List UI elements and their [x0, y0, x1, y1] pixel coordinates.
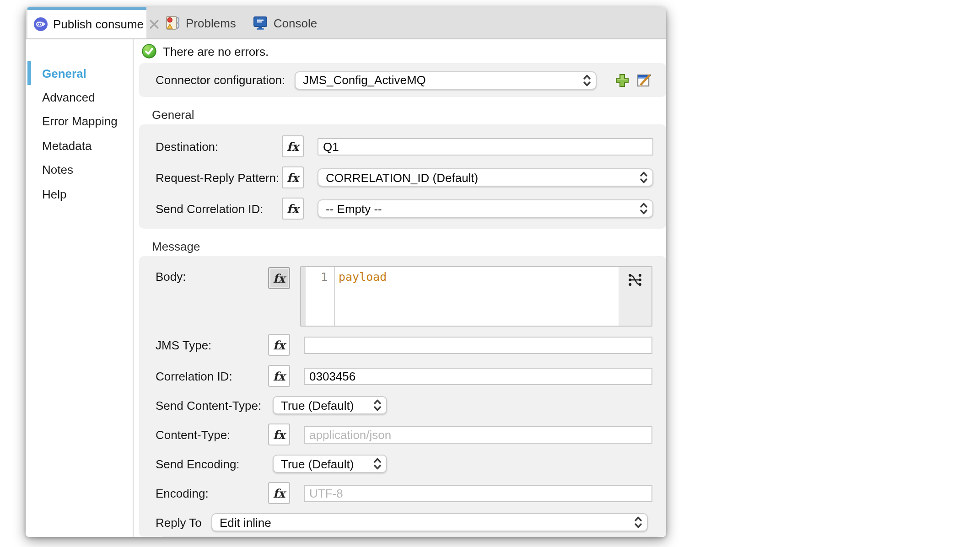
correlation-id-input[interactable] [304, 367, 652, 385]
sidebar-item-notes[interactable]: Notes [26, 158, 133, 182]
dataweave-mapping-icon[interactable] [628, 273, 642, 287]
field-row-content-type: Content-Type: fx [156, 424, 666, 445]
fx-expression-button[interactable]: fx [282, 166, 304, 188]
field-row-send-encoding: Send Encoding: True (Default) [156, 455, 666, 473]
fx-expression-button[interactable]: fx [282, 198, 304, 220]
success-check-icon [142, 44, 156, 59]
destination-input[interactable] [318, 138, 653, 155]
send-correlation-id-label: Send Correlation ID: [156, 202, 282, 215]
jms-operation-icon [34, 17, 48, 31]
sidebar-item-help[interactable]: Help [26, 182, 133, 206]
tab-publish-consume[interactable]: Publish consume [27, 7, 146, 38]
chevron-up-down-icon [373, 457, 382, 470]
chevron-up-down-icon [640, 202, 648, 215]
send-encoding-value: True (Default) [281, 457, 370, 471]
body-expression-editor[interactable]: 1 payload [300, 266, 652, 327]
tab-label: Publish consume [53, 17, 144, 31]
edit-icon [637, 72, 652, 88]
screen: Publish consume Problems [0, 0, 980, 547]
fx-expression-button[interactable]: fx [268, 334, 290, 356]
add-config-button[interactable] [615, 73, 630, 87]
tab-label: Console [274, 16, 317, 30]
send-content-type-value: True (Default) [281, 398, 370, 412]
status-banner: There are no errors. [134, 39, 666, 63]
properties-window: Publish consume Problems [26, 7, 666, 537]
status-message: There are no errors. [163, 44, 269, 58]
sidebar-item-general[interactable]: General [26, 61, 133, 86]
send-correlation-id-value: -- Empty -- [326, 202, 636, 215]
connector-config-label: Connector configuration: [156, 73, 295, 87]
sidebar-item-error-mapping[interactable]: Error Mapping [26, 110, 133, 134]
selected-indicator-bar [27, 61, 31, 86]
send-content-type-select[interactable]: True (Default) [273, 396, 387, 414]
field-row-encoding: Encoding: fx [156, 482, 666, 504]
field-row-jms-type: JMS Type: fx [156, 334, 666, 356]
tab-problems[interactable]: Problems [157, 7, 244, 38]
message-section-panel: Body: fx 1 payload [139, 256, 666, 537]
jms-type-input[interactable] [304, 336, 652, 354]
body-expression-code[interactable]: payload [335, 267, 619, 326]
field-row-body: Body: fx 1 payload [156, 266, 666, 327]
send-encoding-select[interactable]: True (Default) [273, 455, 387, 473]
chevron-up-down-icon [373, 399, 382, 412]
encoding-label: Encoding: [156, 486, 268, 500]
sidebar-item-label: Advanced [42, 91, 95, 104]
field-row-send-correlation-id: Send Correlation ID: fx -- Empty -- [156, 198, 666, 220]
chevron-up-down-icon [583, 74, 591, 86]
tab-label: Problems [186, 16, 236, 30]
connector-config-value: JMS_Config_ActiveMQ [303, 73, 579, 87]
fx-expression-button[interactable]: fx [268, 424, 290, 445]
reply-to-select[interactable]: Edit inline [211, 513, 648, 531]
properties-content: General Advanced Error Mapping Metadata … [26, 39, 666, 537]
tab-spacer [146, 7, 157, 38]
content-type-input[interactable] [304, 426, 652, 443]
properties-form: There are no errors. Connector configura… [134, 39, 666, 537]
correlation-id-label: Correlation ID: [156, 369, 268, 383]
encoding-input[interactable] [304, 484, 652, 502]
field-row-send-content-type: Send Content-Type: True (Default) [156, 396, 666, 414]
field-row-destination: Destination: fx [156, 135, 666, 157]
edit-config-button[interactable] [637, 72, 652, 88]
tab-console[interactable]: Console [244, 7, 325, 38]
tab-bar: Publish consume Problems [26, 7, 666, 39]
fx-expression-button-active[interactable]: fx [268, 267, 290, 289]
properties-sidebar: General Advanced Error Mapping Metadata … [26, 39, 134, 537]
request-reply-pattern-select[interactable]: CORRELATION_ID (Default) [318, 168, 653, 187]
sidebar-item-label: General [42, 66, 86, 80]
problems-icon [166, 16, 180, 30]
sidebar-item-label: Error Mapping [42, 115, 118, 129]
connector-config-select[interactable]: JMS_Config_ActiveMQ [295, 71, 597, 89]
reply-to-value: Edit inline [220, 515, 630, 529]
destination-label: Destination: [156, 139, 282, 153]
console-icon [253, 16, 268, 30]
send-correlation-id-select[interactable]: -- Empty -- [318, 199, 653, 218]
request-reply-pattern-label: Request-Reply Pattern: [156, 171, 282, 184]
chevron-up-down-icon [640, 171, 648, 184]
sidebar-item-advanced[interactable]: Advanced [26, 86, 133, 110]
sidebar-item-label: Metadata [42, 139, 92, 153]
fx-expression-button[interactable]: fx [268, 365, 290, 387]
body-label: Body: [156, 270, 268, 284]
section-title-general: General [152, 108, 666, 122]
sidebar-item-metadata[interactable]: Metadata [26, 134, 133, 158]
fx-expression-button[interactable]: fx [268, 482, 290, 504]
reply-to-group-panel: Destination Name: fx Destination type: f… [160, 536, 661, 537]
editor-line-number: 1 [306, 267, 335, 326]
general-section-panel: Destination: fx Request-Reply Pattern: f… [139, 124, 666, 229]
connector-config-panel: Connector configuration: JMS_Config_Acti… [139, 63, 666, 97]
field-row-reply-to: Reply To Edit inline [156, 513, 666, 531]
editor-gutter [301, 267, 306, 326]
sidebar-item-label: Notes [42, 163, 73, 177]
send-content-type-label: Send Content-Type: [156, 398, 273, 412]
field-row-correlation-id: Correlation ID: fx [156, 365, 666, 387]
fx-expression-button[interactable]: fx [282, 135, 304, 157]
section-title-message: Message [152, 240, 666, 253]
send-encoding-label: Send Encoding: [156, 457, 273, 471]
reply-to-label: Reply To [156, 515, 211, 529]
chevron-up-down-icon [634, 516, 642, 529]
editor-toolbar [619, 267, 652, 326]
sidebar-item-label: Help [42, 187, 67, 201]
request-reply-pattern-value: CORRELATION_ID (Default) [326, 171, 636, 184]
plus-icon [615, 73, 630, 87]
jms-type-label: JMS Type: [156, 338, 268, 352]
